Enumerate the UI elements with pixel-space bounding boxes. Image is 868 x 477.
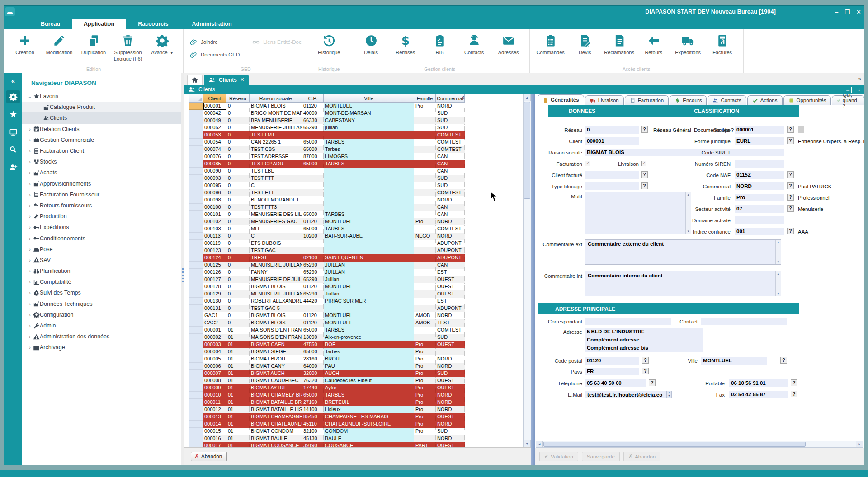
cell-raison-sociale[interactable]: TEST FTT bbox=[250, 175, 302, 182]
code-naf-lookup-button[interactable]: ? bbox=[787, 171, 794, 178]
cell-raison-sociale[interactable]: C bbox=[250, 233, 302, 240]
cell-cp[interactable]: 39190 bbox=[302, 442, 324, 447]
sidebar-splitter[interactable] bbox=[181, 73, 184, 465]
cell-commercial[interactable]: NORD bbox=[436, 312, 465, 319]
cell-client[interactable]: 000119 bbox=[203, 240, 226, 247]
cell-cp[interactable]: 44420 bbox=[302, 298, 324, 305]
cell-famille[interactable]: Pro bbox=[414, 399, 436, 406]
row-marker[interactable] bbox=[189, 269, 203, 276]
cell-ville[interactable] bbox=[324, 168, 414, 175]
chevron-right-icon[interactable]: › bbox=[27, 301, 33, 307]
grid-sort-icon[interactable]: ⇕ bbox=[462, 95, 465, 100]
cell-reseau[interactable]: 01 bbox=[226, 348, 250, 355]
livraison-checkbox[interactable]: ✓ bbox=[641, 161, 646, 166]
cell-famille[interactable] bbox=[414, 254, 436, 262]
cell-cp[interactable]: 01120 bbox=[302, 312, 324, 319]
cell-cp[interactable]: 65000 bbox=[302, 211, 324, 218]
cell-reseau[interactable]: 01 bbox=[226, 363, 250, 370]
cell-famille[interactable]: Pro bbox=[414, 103, 436, 110]
commercial-field[interactable]: NORD bbox=[735, 182, 784, 190]
row-marker[interactable] bbox=[189, 254, 203, 262]
table-row[interactable]: 00000101MAISONS D'EN FRANCE65000TARBESCO… bbox=[189, 327, 466, 334]
cell-ville[interactable]: Tarbes bbox=[324, 348, 414, 355]
cell-reseau[interactable]: 0 bbox=[226, 283, 250, 290]
cell-famille[interactable] bbox=[414, 182, 436, 189]
cell-reseau[interactable]: 01 bbox=[226, 442, 250, 447]
cell-famille[interactable] bbox=[414, 269, 436, 276]
more-tabs-icon[interactable]: » bbox=[858, 75, 860, 82]
chevron-right-icon[interactable]: › bbox=[27, 323, 33, 328]
cell-ville[interactable]: BAULE bbox=[324, 435, 414, 442]
cell-reseau[interactable]: 01 bbox=[226, 355, 250, 363]
devis-button[interactable]: Devis bbox=[568, 32, 602, 56]
row-marker[interactable] bbox=[189, 153, 203, 160]
table-row[interactable]: 0001300ROBERT ALEXANDRE EN44420PIRIAC SU… bbox=[189, 298, 466, 305]
joindre-button[interactable]: Joindre bbox=[190, 38, 240, 46]
cell-cp[interactable]: 32000 bbox=[302, 370, 324, 377]
cell-cp[interactable]: 14100 bbox=[302, 406, 324, 413]
row-marker[interactable] bbox=[189, 355, 203, 363]
cell-ville[interactable]: CHAMPAGNE-LES-MARAIS bbox=[324, 413, 414, 421]
nav-favoris[interactable]: ⌄Favoris bbox=[22, 91, 181, 102]
cell-ville[interactable]: TARBES bbox=[324, 392, 414, 399]
cell-commercial[interactable]: SUD bbox=[436, 110, 465, 117]
cell-famille[interactable] bbox=[414, 211, 436, 218]
rail-monitor-icon[interactable] bbox=[6, 125, 20, 139]
cell-reseau[interactable]: 0 bbox=[226, 153, 250, 160]
cell-raison-sociale[interactable]: TEST GAC 5 bbox=[250, 305, 302, 312]
cell-ville[interactable] bbox=[324, 189, 414, 196]
row-marker[interactable] bbox=[189, 160, 203, 168]
nav-facturation-fournisseur[interactable]: ›Facturation Fournisseur bbox=[22, 189, 181, 200]
cell-commercial[interactable]: CAN bbox=[436, 211, 465, 218]
numero-siren-field[interactable] bbox=[735, 160, 784, 168]
cell-ville[interactable]: MONTLUEL bbox=[324, 103, 414, 110]
table-row[interactable]: 00001701BIGMAT COUSANCE39190COUSANCEPART… bbox=[189, 442, 466, 447]
row-marker[interactable] bbox=[189, 110, 203, 117]
table-row[interactable]: 0001010MENUISERIE DES LILAS65000TARBESCA… bbox=[189, 211, 466, 218]
cell-raison-sociale[interactable]: BIGMAT BATAILLE BRET bbox=[250, 399, 302, 406]
cell-cp[interactable] bbox=[302, 175, 324, 182]
nav-gestion-commerciale[interactable]: ›Gestion Commerciale bbox=[22, 135, 181, 145]
table-row[interactable]: 0001030MLE65000TARBESCOMTEST bbox=[189, 225, 466, 233]
contacts-button[interactable]: Contacts bbox=[457, 32, 491, 56]
cell-commercial[interactable]: OUEST bbox=[436, 377, 465, 384]
nav-expeditions[interactable]: ›Expéditions bbox=[22, 222, 181, 233]
cell-famille[interactable]: Pro bbox=[414, 218, 436, 225]
modification-button[interactable]: Modification bbox=[42, 32, 76, 56]
row-marker[interactable] bbox=[189, 103, 203, 110]
nav-stocks[interactable]: ›Stocks bbox=[22, 156, 181, 167]
row-marker[interactable] bbox=[189, 334, 203, 341]
column-header-commercial[interactable]: Commercial bbox=[436, 94, 465, 103]
cell-raison-sociale[interactable]: MLE bbox=[250, 225, 302, 233]
cell-reseau[interactable]: 0 bbox=[226, 182, 250, 189]
cell-cp[interactable]: 65290 bbox=[302, 269, 324, 276]
cell-raison-sociale[interactable]: MENUISERIES GAC bbox=[250, 218, 302, 225]
cell-commercial[interactable]: OUEST bbox=[436, 384, 465, 392]
cell-client[interactable]: 000015 bbox=[203, 428, 226, 435]
row-marker[interactable] bbox=[189, 233, 203, 240]
indice-confiance-field[interactable]: 001 bbox=[735, 228, 784, 235]
cell-raison-sociale[interactable]: BIGMAT CHATEAUNEUF bbox=[250, 421, 302, 428]
cell-cp[interactable]: 65000 bbox=[302, 348, 324, 355]
reseau-field[interactable]: 0 bbox=[585, 126, 639, 134]
cell-famille[interactable]: Pro bbox=[414, 377, 436, 384]
cell-ville[interactable] bbox=[324, 196, 414, 204]
cell-reseau[interactable]: 0 bbox=[226, 124, 250, 131]
cell-cp[interactable]: 01120 bbox=[302, 319, 324, 327]
cell-ville[interactable]: Caudebec-lès-Elbeuf bbox=[324, 377, 414, 384]
cell-cp[interactable]: 01120 bbox=[302, 283, 324, 290]
cell-raison-sociale[interactable]: BIGMAT BLOIS bbox=[250, 103, 302, 110]
cell-famille[interactable] bbox=[414, 305, 436, 312]
cell-commercial[interactable]: EST bbox=[436, 269, 465, 276]
cell-client[interactable]: 000101 bbox=[203, 211, 226, 218]
cell-cp[interactable]: 27160 bbox=[302, 399, 324, 406]
cell-commercial[interactable]: NORD bbox=[436, 233, 465, 240]
minimize-panel-icon[interactable]: ↓ bbox=[858, 86, 860, 93]
cell-ville[interactable]: TARBES bbox=[324, 211, 414, 218]
table-row[interactable]: 00001401BIGMAT CHATEAUNEUF45110CHATEAUNE… bbox=[189, 421, 466, 428]
cell-cp[interactable] bbox=[302, 196, 324, 204]
cell-famille[interactable] bbox=[414, 204, 436, 211]
duplication-button[interactable]: Duplication bbox=[76, 32, 111, 56]
nav-archivage[interactable]: ›Archivage bbox=[22, 342, 181, 353]
chevron-right-icon[interactable]: › bbox=[27, 290, 33, 295]
